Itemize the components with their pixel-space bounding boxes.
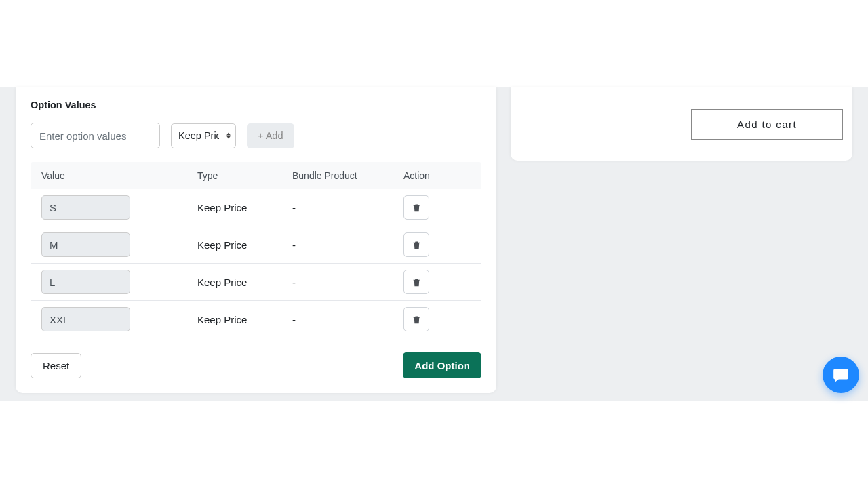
trash-icon — [412, 240, 422, 250]
table-row: Keep Price - — [31, 264, 481, 301]
reset-button[interactable]: Reset — [31, 353, 81, 378]
trash-icon — [412, 203, 422, 213]
delete-row-button[interactable] — [403, 195, 429, 220]
row-type: Keep Price — [197, 277, 292, 288]
table-row: Keep Price - — [31, 301, 481, 338]
header-bundle: Bundle Product — [292, 170, 403, 181]
row-type: Keep Price — [197, 314, 292, 325]
row-value-input[interactable] — [41, 307, 130, 331]
chat-widget-button[interactable] — [823, 357, 859, 393]
delete-row-button[interactable] — [403, 232, 429, 257]
row-bundle: - — [292, 314, 403, 325]
row-bundle: - — [292, 202, 403, 214]
chat-icon — [832, 366, 850, 384]
cart-card: Add to cart — [511, 87, 852, 161]
add-option-button[interactable]: Add Option — [403, 352, 481, 378]
row-bundle: - — [292, 277, 403, 288]
table-header: Value Type Bundle Product Action — [31, 162, 481, 189]
table-row: Keep Price - — [31, 189, 481, 226]
add-to-cart-button[interactable]: Add to cart — [691, 109, 843, 140]
price-type-select[interactable]: Keep Price — [171, 123, 236, 148]
row-type: Keep Price — [197, 239, 292, 251]
header-value: Value — [41, 170, 197, 181]
trash-icon — [412, 314, 422, 325]
row-value-input[interactable] — [41, 232, 130, 257]
option-value-input[interactable] — [31, 123, 160, 148]
row-value-input[interactable] — [41, 270, 130, 294]
option-values-card: Option Values Keep Price + Add Value Typ… — [16, 87, 496, 393]
add-value-button[interactable]: + Add — [247, 123, 294, 148]
delete-row-button[interactable] — [403, 307, 429, 331]
trash-icon — [412, 277, 422, 287]
values-table: Value Type Bundle Product Action Keep Pr… — [31, 162, 481, 338]
row-type: Keep Price — [197, 202, 292, 214]
price-type-select-wrapper: Keep Price — [171, 123, 236, 148]
header-type: Type — [197, 170, 292, 181]
table-row: Keep Price - — [31, 226, 481, 264]
input-row: Keep Price + Add — [31, 123, 481, 148]
row-bundle: - — [292, 239, 403, 251]
card-footer: Reset Add Option — [31, 352, 481, 378]
header-action: Action — [403, 170, 471, 181]
row-value-input[interactable] — [41, 195, 130, 220]
delete-row-button[interactable] — [403, 270, 429, 294]
section-title: Option Values — [31, 100, 481, 110]
